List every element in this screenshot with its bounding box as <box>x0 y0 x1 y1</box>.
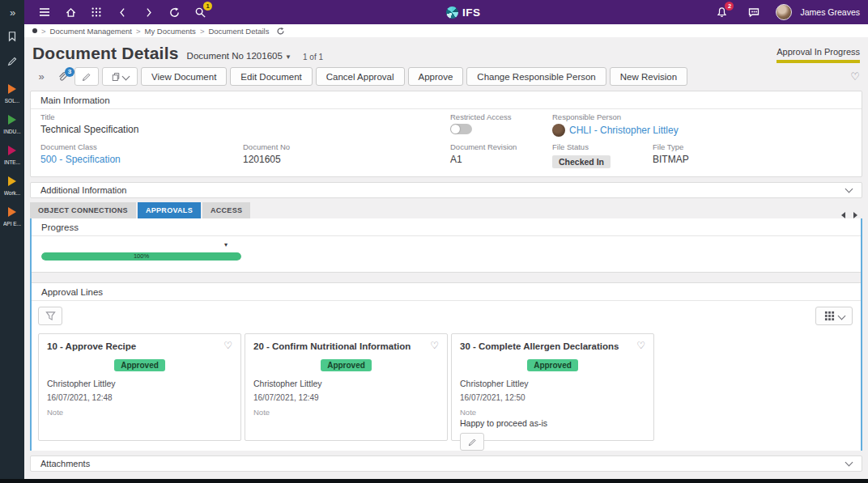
chat-icon[interactable] <box>743 2 764 23</box>
note-label: Note <box>47 408 232 417</box>
sidebar-item-inte[interactable]: INTE... <box>4 146 20 165</box>
sidebar-expand-icon[interactable]: » <box>0 0 24 24</box>
window-edge <box>0 479 868 483</box>
attachment-count-badge: 3 <box>65 67 74 77</box>
user-avatar[interactable] <box>776 4 792 20</box>
field-label: Responsible Person <box>552 112 852 121</box>
sidebar-item-sol[interactable]: SOL... <box>5 84 19 104</box>
field-label: Restricted Access <box>450 112 552 121</box>
breadcrumb-item-my-documents[interactable]: My Documents <box>145 27 196 36</box>
tab-scroll-left-icon[interactable] <box>841 212 845 218</box>
field-label: Title <box>40 112 450 121</box>
document-class-link[interactable]: 500 - Specification <box>40 154 243 165</box>
approve-button[interactable]: Approve <box>408 67 464 86</box>
lobby-label: API E... <box>3 221 21 227</box>
favorite-icon[interactable]: ♡ <box>430 341 439 350</box>
new-revision-button[interactable]: New Revision <box>610 67 687 86</box>
sidebar-item-work[interactable]: Work... <box>4 176 20 196</box>
notifications-bell-icon[interactable]: 2 <box>711 2 732 23</box>
edit-note-button[interactable] <box>460 433 484 451</box>
status-text: Approval In Progress <box>777 47 860 57</box>
back-icon[interactable] <box>112 2 133 23</box>
field-responsible-person: Responsible Person CHLI - Christopher Li… <box>552 112 852 137</box>
field-document-revision: Document Revision A1 <box>450 142 552 168</box>
field-value: Technical Specification <box>40 124 450 135</box>
notifications-badge: 2 <box>725 2 734 11</box>
approver-name: Christopher Littley <box>47 379 232 388</box>
forward-icon[interactable] <box>138 2 159 23</box>
menu-icon[interactable] <box>34 2 55 23</box>
field-file-status: File Status Checked In <box>552 142 653 168</box>
breadcrumb-home-icon[interactable] <box>32 28 37 33</box>
change-responsible-person-button[interactable]: Change Responsible Person <box>466 67 606 86</box>
approval-step-title: 20 - Confirm Nutritional Information <box>253 341 439 351</box>
approval-datetime: 16/07/2021, 12:49 <box>253 393 439 402</box>
tab-access[interactable]: ACCESS <box>202 202 250 218</box>
tab-object-connections[interactable]: OBJECT CONNECTIONS <box>30 202 136 218</box>
breadcrumb-item-document-details[interactable]: Document Details <box>208 27 269 36</box>
tab-approvals[interactable]: APPROVALS <box>138 202 201 218</box>
field-document-class: Document Class 500 - Specification <box>40 142 243 168</box>
brand-area: IFS <box>215 6 711 19</box>
edit-button[interactable] <box>74 67 99 86</box>
breadcrumb-separator: > <box>136 27 141 36</box>
view-switcher-button[interactable] <box>815 307 853 325</box>
approver-name: Christopher Littley <box>460 379 645 388</box>
tab-scroll-right-icon[interactable] <box>853 212 857 218</box>
chevron-down-icon <box>837 312 845 320</box>
note-label: Note <box>460 408 645 417</box>
top-navigation-bar: 1 IFS 2 James Greaves <box>24 0 868 24</box>
grid-view-icon <box>824 311 835 321</box>
topbar-right: 2 James Greaves <box>711 2 860 23</box>
progress-bar: 100% <box>41 252 241 261</box>
attachments-section[interactable]: Attachments <box>30 455 862 472</box>
cancel-approval-button[interactable]: Cancel Approval <box>316 67 405 86</box>
page-header: Document Details Document No 1201605 ▼ 1… <box>30 37 862 65</box>
approval-status-badge: Approved <box>321 359 372 371</box>
favorite-icon[interactable]: ♡ <box>850 71 860 82</box>
additional-information-section[interactable]: Additional Information <box>30 182 862 198</box>
status-underline <box>777 60 860 63</box>
approval-status-badge: Approved <box>527 359 578 371</box>
restricted-access-toggle[interactable] <box>450 124 472 134</box>
breadcrumb: > Document Management > My Documents > D… <box>24 24 868 37</box>
progress-options-caret[interactable]: ▾ <box>224 241 228 248</box>
approval-card: 30 - Complete Allergen Declarations ♡ Ap… <box>451 333 654 441</box>
sidebar-item-indu[interactable]: INDU... <box>3 115 20 134</box>
attachment-icon[interactable]: 3 <box>53 68 71 86</box>
field-label: File Status <box>552 142 653 151</box>
lobby-triangle-icon <box>8 84 16 94</box>
approval-lines-section: Approval Lines 10 - Approve Recipe <box>32 282 861 451</box>
pencil-icon <box>468 438 477 447</box>
sidebar-item-api[interactable]: API E... <box>3 207 21 227</box>
more-commands-icon[interactable]: » <box>32 68 50 86</box>
breadcrumb-refresh-icon[interactable] <box>276 27 285 36</box>
left-sidebar: » SOL... INDU... INTE... Work... API E..… <box>0 0 24 483</box>
field-restricted-access: Restricted Access <box>450 112 552 137</box>
copy-icon <box>111 72 121 82</box>
main-information-fields: Title Technical Specification Restricted… <box>31 109 862 176</box>
copy-dropdown-button[interactable] <box>102 67 138 86</box>
search-icon[interactable]: 1 <box>189 2 211 23</box>
refresh-icon[interactable] <box>164 2 185 23</box>
app-grid-icon[interactable] <box>86 2 107 23</box>
edit-pencil-icon[interactable] <box>0 49 24 73</box>
approver-name: Christopher Littley <box>253 379 439 388</box>
page-title: Document Details <box>32 44 179 63</box>
view-document-button[interactable]: View Document <box>141 67 227 86</box>
favorite-icon[interactable]: ♡ <box>636 341 645 350</box>
responsible-person-link[interactable]: CHLI - Christopher Littley <box>569 125 679 136</box>
bookmark-icon[interactable] <box>0 24 24 49</box>
field-document-no: Document No 1201605 <box>243 142 450 168</box>
lobby-triangle-icon <box>8 146 16 155</box>
section-title: Main Information <box>31 91 862 109</box>
home-icon[interactable] <box>60 2 81 23</box>
document-selector[interactable]: Document No 1201605 ▼ <box>187 51 291 61</box>
edit-document-button[interactable]: Edit Document <box>230 67 312 86</box>
favorite-icon[interactable]: ♡ <box>223 341 232 350</box>
breadcrumb-item-document-management[interactable]: Document Management <box>50 27 132 36</box>
file-status-badge: Checked In <box>552 155 611 168</box>
lobby-triangle-icon <box>8 115 16 125</box>
breadcrumb-separator: > <box>41 27 46 36</box>
filter-button[interactable] <box>38 307 62 325</box>
